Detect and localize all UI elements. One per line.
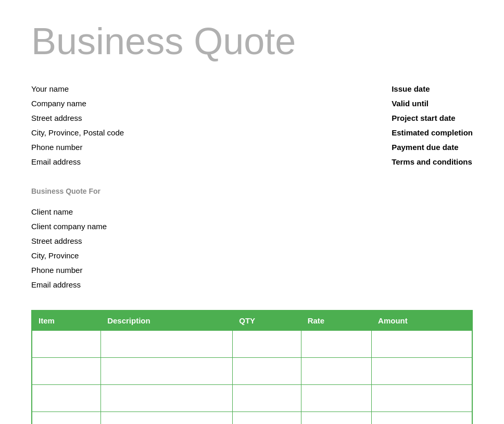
header-section: Your nameCompany nameStreet addressCity,… <box>31 83 473 168</box>
table-cell <box>101 385 233 412</box>
table-header-cell: Item <box>32 310 101 331</box>
table-cell <box>233 412 301 424</box>
table-header-cell: Amount <box>372 310 472 331</box>
table-header-row: ItemDescriptionQTYRateAmount <box>32 310 472 331</box>
right-info-item: Estimated completion <box>392 127 473 139</box>
table-cell <box>32 358 101 385</box>
table-header: ItemDescriptionQTYRateAmount <box>32 310 472 331</box>
table-row <box>32 385 472 412</box>
table-row <box>32 331 472 358</box>
left-info-item: Your name <box>31 83 124 95</box>
table-cell <box>101 412 233 424</box>
left-info-item: City, Province, Postal code <box>31 127 124 139</box>
quote-for-section: Business Quote For <box>31 187 473 195</box>
table-row <box>32 358 472 385</box>
table-cell <box>32 385 101 412</box>
left-info-item: Phone number <box>31 141 124 154</box>
table-cell <box>301 331 371 358</box>
table-header-cell: Rate <box>301 310 371 331</box>
table-cell <box>372 385 472 412</box>
table-cell <box>301 385 371 412</box>
left-info-item: Email address <box>31 156 124 168</box>
quote-for-label: Business Quote For <box>31 187 473 195</box>
left-info-item: Street address <box>31 112 124 124</box>
right-info-item: Payment due date <box>392 141 473 154</box>
right-info-item: Project start date <box>392 112 473 124</box>
left-info-block: Your nameCompany nameStreet addressCity,… <box>31 83 124 168</box>
table-body <box>32 331 472 424</box>
client-info-item: Street address <box>31 235 473 247</box>
table-cell <box>372 331 472 358</box>
table-cell <box>301 412 371 424</box>
table-cell <box>101 358 233 385</box>
page-title: Business Quote <box>31 21 473 62</box>
client-info-item: City, Province <box>31 250 473 262</box>
table-cell <box>372 358 472 385</box>
table-cell <box>372 412 472 424</box>
right-info-item: Issue date <box>392 83 473 95</box>
table-cell <box>32 331 101 358</box>
table-cell <box>101 331 233 358</box>
right-info-block: Issue dateValid untilProject start dateE… <box>392 83 473 168</box>
client-info-item: Client company name <box>31 220 473 233</box>
table-header-cell: QTY <box>233 310 301 331</box>
table-cell <box>233 331 301 358</box>
table-row <box>32 412 472 424</box>
client-info-block: Client nameClient company nameStreet add… <box>31 206 473 291</box>
client-info-item: Client name <box>31 206 473 218</box>
table-cell <box>301 358 371 385</box>
table-cell <box>233 358 301 385</box>
right-info-item: Valid until <box>392 97 473 110</box>
client-info-item: Email address <box>31 279 473 291</box>
client-info-item: Phone number <box>31 264 473 277</box>
table-header-cell: Description <box>101 310 233 331</box>
right-info-item: Terms and conditions <box>392 156 473 168</box>
left-info-item: Company name <box>31 97 124 110</box>
table-cell <box>233 385 301 412</box>
table-cell <box>32 412 101 424</box>
items-table: ItemDescriptionQTYRateAmount <box>31 310 473 424</box>
